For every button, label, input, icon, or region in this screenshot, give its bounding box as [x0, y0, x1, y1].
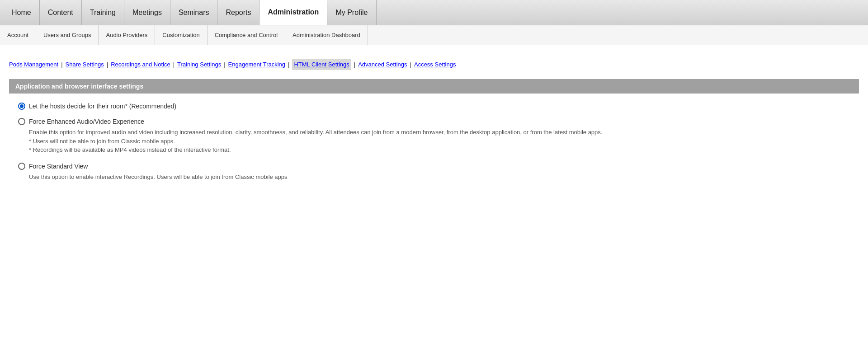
second-nav-item-compliance-and-control[interactable]: Compliance and Control — [208, 25, 285, 45]
radio-option-0: Let the hosts decide for their room* (Re… — [18, 103, 850, 110]
top-nav-item-administration[interactable]: Administration — [259, 0, 327, 25]
radio-label-0[interactable]: Let the hosts decide for their room* (Re… — [18, 103, 850, 110]
main-content: Pods Management|Share Settings|Recording… — [0, 45, 868, 198]
sub-nav-item-training-settings[interactable]: Training Settings — [177, 59, 221, 70]
sub-nav-item-html-client-settings[interactable]: HTML Client Settings — [292, 59, 351, 70]
sub-nav-item-advanced-settings[interactable]: Advanced Settings — [358, 59, 407, 70]
top-nav-item-content[interactable]: Content — [40, 0, 82, 25]
second-nav-item-audio-providers[interactable]: Audio Providers — [99, 25, 155, 45]
sub-nav-separator: | — [410, 59, 411, 70]
second-nav: AccountUsers and GroupsAudio ProvidersCu… — [0, 25, 868, 45]
radio-label-1[interactable]: Force Enhanced Audio/Video Experience — [18, 118, 850, 125]
top-nav: HomeContentTrainingMeetingsSeminarsRepor… — [0, 0, 868, 25]
second-nav-item-administration-dashboard[interactable]: Administration Dashboard — [285, 25, 368, 45]
second-nav-item-users-and-groups[interactable]: Users and Groups — [36, 25, 99, 45]
sub-nav-item-share-settings[interactable]: Share Settings — [66, 59, 104, 70]
radio-label-2[interactable]: Force Standard View — [18, 163, 850, 170]
sub-nav: Pods Management|Share Settings|Recording… — [9, 59, 859, 70]
radio-circle-2[interactable] — [18, 163, 25, 170]
radio-label-text-0: Let the hosts decide for their room* (Re… — [29, 103, 176, 110]
radio-label-text-2: Force Standard View — [29, 163, 88, 170]
radio-circle-1[interactable] — [18, 118, 25, 125]
section-header: Application and browser interface settin… — [9, 79, 859, 94]
sub-nav-item-engagement-tracking[interactable]: Engagement Tracking — [228, 59, 285, 70]
top-nav-item-home[interactable]: Home — [4, 0, 40, 25]
radio-circle-0[interactable] — [18, 103, 25, 110]
sub-nav-item-pods-management[interactable]: Pods Management — [9, 59, 58, 70]
radio-option-1: Force Enhanced Audio/Video ExperienceEna… — [18, 118, 850, 155]
sub-nav-separator: | — [61, 59, 62, 70]
radio-option-2: Force Standard ViewUse this option to en… — [18, 163, 850, 182]
sub-nav-separator: | — [173, 59, 175, 70]
options-area: Let the hosts decide for their room* (Re… — [9, 103, 859, 181]
top-nav-item-training[interactable]: Training — [82, 0, 124, 25]
second-nav-item-account[interactable]: Account — [5, 25, 36, 45]
radio-label-text-1: Force Enhanced Audio/Video Experience — [29, 118, 144, 125]
sub-nav-item-access-settings[interactable]: Access Settings — [414, 59, 456, 70]
second-nav-item-customization[interactable]: Customization — [155, 25, 207, 45]
top-nav-item-meetings[interactable]: Meetings — [124, 0, 170, 25]
radio-description-1: Enable this option for improved audio an… — [29, 128, 850, 155]
sub-nav-item-recordings-and-notice[interactable]: Recordings and Notice — [111, 59, 170, 70]
sub-nav-separator: | — [354, 59, 355, 70]
section-header-title: Application and browser interface settin… — [15, 83, 143, 90]
sub-nav-separator: | — [288, 59, 289, 70]
radio-description-2: Use this option to enable interactive Re… — [29, 173, 850, 182]
sub-nav-separator: | — [224, 59, 225, 70]
top-nav-item-reports[interactable]: Reports — [217, 0, 259, 25]
top-nav-item-my-profile[interactable]: My Profile — [327, 0, 376, 25]
sub-nav-separator: | — [107, 59, 108, 70]
top-nav-item-seminars[interactable]: Seminars — [170, 0, 218, 25]
